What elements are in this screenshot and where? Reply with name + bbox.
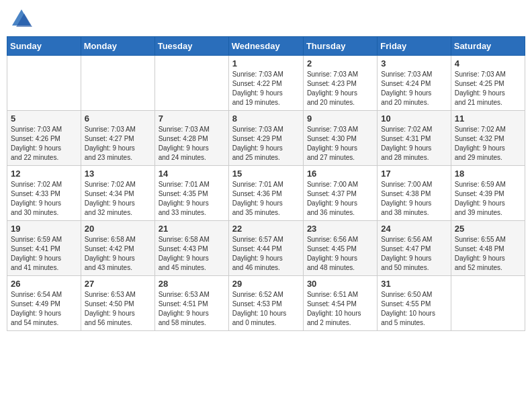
calendar-day-9: 9Sunrise: 7:03 AM Sunset: 4:30 PM Daylig… xyxy=(303,111,377,166)
day-number: 13 xyxy=(85,169,151,179)
day-detail: Sunrise: 6:52 AM Sunset: 4:53 PM Dayligh… xyxy=(232,290,300,328)
col-header-saturday: Saturday xyxy=(451,37,525,56)
calendar-week-row: 1Sunrise: 7:03 AM Sunset: 4:22 PM Daylig… xyxy=(7,56,525,111)
calendar-day-10: 10Sunrise: 7:02 AM Sunset: 4:31 PM Dayli… xyxy=(378,111,451,166)
day-detail: Sunrise: 7:03 AM Sunset: 4:24 PM Dayligh… xyxy=(381,70,447,107)
day-number: 12 xyxy=(11,169,77,179)
day-number: 16 xyxy=(307,169,373,179)
day-number: 14 xyxy=(159,169,225,179)
calendar-day-13: 13Sunrise: 7:02 AM Sunset: 4:34 PM Dayli… xyxy=(81,166,154,221)
day-detail: Sunrise: 6:50 AM Sunset: 4:55 PM Dayligh… xyxy=(381,290,447,328)
calendar-week-row: 12Sunrise: 7:02 AM Sunset: 4:33 PM Dayli… xyxy=(7,166,525,221)
day-detail: Sunrise: 7:03 AM Sunset: 4:29 PM Dayligh… xyxy=(232,125,300,163)
calendar-day-24: 24Sunrise: 6:56 AM Sunset: 4:47 PM Dayli… xyxy=(378,221,451,276)
day-detail: Sunrise: 6:58 AM Sunset: 4:43 PM Dayligh… xyxy=(159,235,225,273)
day-detail: Sunrise: 7:02 AM Sunset: 4:33 PM Dayligh… xyxy=(11,180,77,218)
day-number: 28 xyxy=(159,279,225,289)
calendar-day-23: 23Sunrise: 6:56 AM Sunset: 4:45 PM Dayli… xyxy=(303,221,377,276)
calendar-day-7: 7Sunrise: 7:03 AM Sunset: 4:28 PM Daylig… xyxy=(154,111,228,166)
day-detail: Sunrise: 7:01 AM Sunset: 4:36 PM Dayligh… xyxy=(232,180,300,218)
day-detail: Sunrise: 7:03 AM Sunset: 4:23 PM Dayligh… xyxy=(307,70,373,107)
day-number: 1 xyxy=(232,58,300,68)
calendar-day-1: 1Sunrise: 7:03 AM Sunset: 4:22 PM Daylig… xyxy=(228,56,303,111)
day-number: 2 xyxy=(307,58,373,68)
day-number: 6 xyxy=(85,113,151,124)
calendar-day-21: 21Sunrise: 6:58 AM Sunset: 4:43 PM Dayli… xyxy=(154,221,228,276)
day-number: 21 xyxy=(159,224,225,234)
day-detail: Sunrise: 6:51 AM Sunset: 4:54 PM Dayligh… xyxy=(307,290,373,328)
day-detail: Sunrise: 7:03 AM Sunset: 4:22 PM Dayligh… xyxy=(232,70,300,107)
day-detail: Sunrise: 7:03 AM Sunset: 4:27 PM Dayligh… xyxy=(85,125,151,163)
day-detail: Sunrise: 7:03 AM Sunset: 4:26 PM Dayligh… xyxy=(11,125,77,163)
col-header-tuesday: Tuesday xyxy=(154,37,228,56)
day-number: 9 xyxy=(307,113,373,124)
day-detail: Sunrise: 6:56 AM Sunset: 4:47 PM Dayligh… xyxy=(381,235,447,273)
calendar-day-17: 17Sunrise: 7:00 AM Sunset: 4:38 PM Dayli… xyxy=(378,166,451,221)
day-number: 3 xyxy=(381,58,447,68)
calendar-day-19: 19Sunrise: 6:59 AM Sunset: 4:41 PM Dayli… xyxy=(7,221,81,276)
day-number: 15 xyxy=(232,169,300,179)
day-number: 10 xyxy=(381,113,447,124)
day-number: 30 xyxy=(307,279,373,289)
calendar-day-28: 28Sunrise: 6:53 AM Sunset: 4:51 PM Dayli… xyxy=(154,276,228,331)
calendar-day-5: 5Sunrise: 7:03 AM Sunset: 4:26 PM Daylig… xyxy=(7,111,81,166)
calendar-day-30: 30Sunrise: 6:51 AM Sunset: 4:54 PM Dayli… xyxy=(303,276,377,331)
col-header-wednesday: Wednesday xyxy=(228,37,303,56)
day-number: 20 xyxy=(85,224,151,234)
day-detail: Sunrise: 7:03 AM Sunset: 4:28 PM Dayligh… xyxy=(159,125,225,163)
calendar-day-11: 11Sunrise: 7:02 AM Sunset: 4:32 PM Dayli… xyxy=(451,111,525,166)
day-number: 4 xyxy=(455,58,521,68)
calendar-day-22: 22Sunrise: 6:57 AM Sunset: 4:44 PM Dayli… xyxy=(228,221,303,276)
calendar-day-14: 14Sunrise: 7:01 AM Sunset: 4:35 PM Dayli… xyxy=(154,166,228,221)
calendar-day-12: 12Sunrise: 7:02 AM Sunset: 4:33 PM Dayli… xyxy=(7,166,81,221)
day-number: 19 xyxy=(11,224,77,234)
day-detail: Sunrise: 6:54 AM Sunset: 4:49 PM Dayligh… xyxy=(11,290,77,328)
day-number: 18 xyxy=(455,169,521,179)
day-number: 7 xyxy=(159,113,225,124)
day-number: 24 xyxy=(381,224,447,234)
day-detail: Sunrise: 7:02 AM Sunset: 4:34 PM Dayligh… xyxy=(85,180,151,218)
page-header xyxy=(7,7,525,31)
calendar-day-31: 31Sunrise: 6:50 AM Sunset: 4:55 PM Dayli… xyxy=(378,276,451,331)
day-detail: Sunrise: 7:03 AM Sunset: 4:30 PM Dayligh… xyxy=(307,125,373,163)
calendar-day-26: 26Sunrise: 6:54 AM Sunset: 4:49 PM Dayli… xyxy=(7,276,81,331)
day-number: 31 xyxy=(381,279,447,289)
empty-day-cell xyxy=(7,56,81,111)
day-detail: Sunrise: 7:02 AM Sunset: 4:32 PM Dayligh… xyxy=(455,125,521,163)
day-detail: Sunrise: 7:00 AM Sunset: 4:38 PM Dayligh… xyxy=(381,180,447,218)
day-detail: Sunrise: 6:57 AM Sunset: 4:44 PM Dayligh… xyxy=(232,235,300,273)
day-detail: Sunrise: 7:00 AM Sunset: 4:37 PM Dayligh… xyxy=(307,180,373,218)
calendar-day-4: 4Sunrise: 7:03 AM Sunset: 4:25 PM Daylig… xyxy=(451,56,525,111)
calendar-day-29: 29Sunrise: 6:52 AM Sunset: 4:53 PM Dayli… xyxy=(228,276,303,331)
col-header-friday: Friday xyxy=(378,37,451,56)
logo-icon xyxy=(9,7,34,31)
day-number: 5 xyxy=(11,113,77,124)
day-detail: Sunrise: 6:56 AM Sunset: 4:45 PM Dayligh… xyxy=(307,235,373,273)
calendar-day-25: 25Sunrise: 6:55 AM Sunset: 4:48 PM Dayli… xyxy=(451,221,525,276)
empty-day-cell xyxy=(154,56,228,111)
day-number: 11 xyxy=(455,113,521,124)
calendar-day-6: 6Sunrise: 7:03 AM Sunset: 4:27 PM Daylig… xyxy=(81,111,154,166)
calendar-day-15: 15Sunrise: 7:01 AM Sunset: 4:36 PM Dayli… xyxy=(228,166,303,221)
calendar-week-row: 19Sunrise: 6:59 AM Sunset: 4:41 PM Dayli… xyxy=(7,221,525,276)
day-number: 8 xyxy=(232,113,300,124)
calendar-day-18: 18Sunrise: 6:59 AM Sunset: 4:39 PM Dayli… xyxy=(451,166,525,221)
day-number: 22 xyxy=(232,224,300,234)
day-detail: Sunrise: 7:03 AM Sunset: 4:25 PM Dayligh… xyxy=(455,70,521,107)
calendar-week-row: 26Sunrise: 6:54 AM Sunset: 4:49 PM Dayli… xyxy=(7,276,525,331)
day-detail: Sunrise: 7:01 AM Sunset: 4:35 PM Dayligh… xyxy=(159,180,225,218)
calendar-day-27: 27Sunrise: 6:53 AM Sunset: 4:50 PM Dayli… xyxy=(81,276,154,331)
calendar-day-20: 20Sunrise: 6:58 AM Sunset: 4:42 PM Dayli… xyxy=(81,221,154,276)
empty-day-cell xyxy=(81,56,154,111)
calendar-week-row: 5Sunrise: 7:03 AM Sunset: 4:26 PM Daylig… xyxy=(7,111,525,166)
calendar-day-16: 16Sunrise: 7:00 AM Sunset: 4:37 PM Dayli… xyxy=(303,166,377,221)
day-number: 23 xyxy=(307,224,373,234)
calendar-table: SundayMondayTuesdayWednesdayThursdayFrid… xyxy=(7,36,525,331)
calendar-day-8: 8Sunrise: 7:03 AM Sunset: 4:29 PM Daylig… xyxy=(228,111,303,166)
col-header-thursday: Thursday xyxy=(303,37,377,56)
day-number: 27 xyxy=(85,279,151,289)
calendar-day-2: 2Sunrise: 7:03 AM Sunset: 4:23 PM Daylig… xyxy=(303,56,377,111)
day-detail: Sunrise: 7:02 AM Sunset: 4:31 PM Dayligh… xyxy=(381,125,447,163)
col-header-monday: Monday xyxy=(81,37,154,56)
empty-day-cell xyxy=(451,276,525,331)
